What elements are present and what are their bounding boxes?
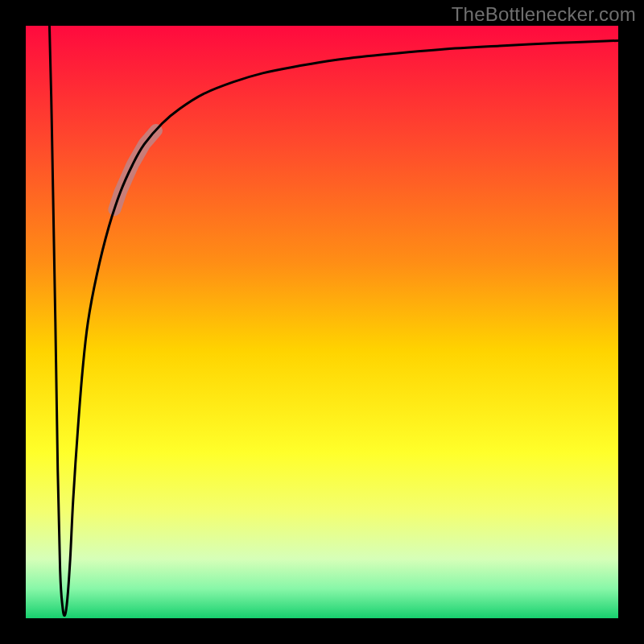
bottleneck-chart: [0, 0, 644, 644]
chart-stage: TheBottlenecker.com: [0, 0, 644, 644]
watermark-text: TheBottlenecker.com: [452, 3, 636, 26]
plot-background: [26, 26, 618, 618]
